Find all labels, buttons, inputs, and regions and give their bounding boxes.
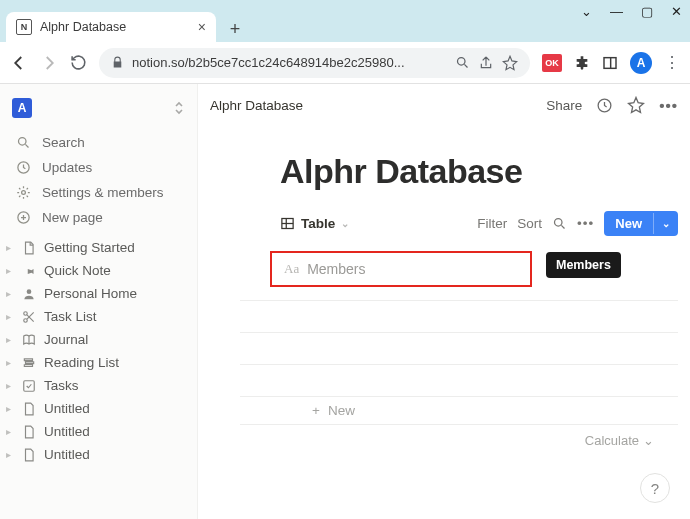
url-input[interactable]: notion.so/b2b5ce7cc1c24c648914be2c25980.… [99, 48, 530, 78]
sidebar-page-item[interactable]: ▸Untitled [0, 443, 197, 466]
plus-circle-icon [14, 210, 32, 225]
svg-point-16 [555, 219, 563, 227]
doc-icon [22, 241, 38, 255]
new-row-button[interactable]: + New [240, 396, 678, 425]
gear-icon [14, 185, 32, 200]
chevron-down-icon[interactable]: ⌄ [653, 213, 678, 234]
sidebar-search-label: Search [42, 135, 85, 150]
person-icon [22, 287, 38, 301]
chevron-updown-icon [173, 101, 185, 115]
extension-ok-icon[interactable]: OK [542, 54, 562, 72]
profile-avatar[interactable]: A [630, 52, 652, 74]
maximize-icon[interactable]: ▢ [641, 4, 653, 19]
breadcrumb[interactable]: Alphr Database [210, 98, 303, 113]
sidebar-page-label: Untitled [44, 401, 90, 416]
property-name-input[interactable]: Aa Members [270, 251, 532, 287]
sort-button[interactable]: Sort [517, 216, 542, 231]
sidebar-settings-label: Settings & members [42, 185, 164, 200]
filter-button[interactable]: Filter [477, 216, 507, 231]
browser-tab[interactable]: N Alphr Database × [6, 12, 216, 42]
sidebar-page-item[interactable]: ▸Reading List [0, 351, 197, 374]
stack-icon [22, 356, 38, 370]
book-icon [22, 333, 38, 347]
caret-right-icon[interactable]: ▸ [6, 242, 16, 253]
caret-right-icon[interactable]: ▸ [6, 449, 16, 460]
workspace-badge: A [12, 98, 32, 118]
text-property-icon: Aa [284, 261, 299, 277]
clock-icon[interactable] [596, 97, 613, 114]
sidebar-page-label: Personal Home [44, 286, 137, 301]
search-in-page-icon[interactable] [455, 55, 470, 70]
sidebar-page-item[interactable]: ▸Untitled [0, 397, 197, 420]
page-title[interactable]: Alphr Database [280, 152, 678, 191]
new-button[interactable]: New ⌄ [604, 211, 678, 236]
more-icon[interactable]: ••• [659, 97, 678, 114]
sidebar-page-item[interactable]: ▸Journal [0, 328, 197, 351]
caret-right-icon[interactable]: ▸ [6, 403, 16, 414]
table-row[interactable] [240, 332, 678, 364]
sidebar-newpage[interactable]: New page [0, 205, 197, 230]
chevron-down-icon[interactable]: ⌄ [581, 4, 592, 19]
share-url-icon[interactable] [478, 55, 494, 71]
view-label: Table [301, 216, 335, 231]
check-icon [22, 379, 38, 393]
view-tab-table[interactable]: Table ⌄ [280, 216, 349, 231]
sidebar-page-item[interactable]: ▸Task List [0, 305, 197, 328]
notion-favicon-icon: N [16, 19, 32, 35]
new-tab-button[interactable]: + [222, 16, 248, 42]
extensions-icon[interactable] [574, 55, 590, 71]
chevron-down-icon: ⌄ [643, 433, 654, 448]
sidebar-page-label: Task List [44, 309, 97, 324]
caret-right-icon[interactable]: ▸ [6, 357, 16, 368]
caret-right-icon[interactable]: ▸ [6, 426, 16, 437]
sidebar-search[interactable]: Search [0, 130, 197, 155]
caret-right-icon[interactable]: ▸ [6, 311, 16, 322]
clock-icon [14, 160, 32, 175]
workspace-switcher[interactable]: A [0, 92, 197, 130]
sidebar-page-item[interactable]: ▸Personal Home [0, 282, 197, 305]
plus-icon: + [312, 403, 320, 418]
caret-right-icon[interactable]: ▸ [6, 265, 16, 276]
tab-title: Alphr Database [40, 20, 126, 34]
table-row[interactable] [240, 364, 678, 396]
sidebar-page-label: Journal [44, 332, 88, 347]
table-row[interactable] [240, 300, 678, 332]
bookmark-star-icon[interactable] [502, 55, 518, 71]
star-icon[interactable] [627, 96, 645, 114]
share-button[interactable]: Share [546, 98, 582, 113]
tab-close-icon[interactable]: × [198, 19, 206, 35]
address-bar: notion.so/b2b5ce7cc1c24c648914be2c25980.… [0, 42, 690, 84]
sidebar-settings[interactable]: Settings & members [0, 180, 197, 205]
sidebar-updates-label: Updates [42, 160, 92, 175]
sidebar-page-label: Getting Started [44, 240, 135, 255]
back-button[interactable] [10, 54, 28, 72]
sidebar-updates[interactable]: Updates [0, 155, 197, 180]
property-name-value: Members [307, 261, 365, 277]
search-icon [14, 135, 32, 150]
search-icon[interactable] [552, 216, 567, 231]
page-icon [22, 448, 38, 462]
sidebar-page-label: Untitled [44, 447, 90, 462]
close-icon[interactable]: ✕ [671, 4, 682, 19]
window-controls: ⌄ — ▢ ✕ [581, 4, 682, 19]
calculate-label: Calculate [585, 433, 639, 448]
sidebar-page-item[interactable]: ▸Untitled [0, 420, 197, 443]
sidebar-page-item[interactable]: ▸Getting Started [0, 236, 197, 259]
caret-right-icon[interactable]: ▸ [6, 334, 16, 345]
panel-icon[interactable] [602, 55, 618, 71]
sidebar-page-item[interactable]: ▸Tasks [0, 374, 197, 397]
database-toolbar: Table ⌄ Filter Sort ••• New ⌄ [280, 211, 678, 236]
sidebar-page-label: Untitled [44, 424, 90, 439]
browser-menu-icon[interactable]: ⋮ [664, 53, 680, 72]
sidebar-page-item[interactable]: ▸Quick Note [0, 259, 197, 282]
caret-right-icon[interactable]: ▸ [6, 380, 16, 391]
more-icon[interactable]: ••• [577, 216, 594, 231]
page-content: Alphr Database Share ••• Alphr Database … [198, 84, 690, 519]
help-button[interactable]: ? [640, 473, 670, 503]
minimize-icon[interactable]: — [610, 4, 623, 19]
caret-right-icon[interactable]: ▸ [6, 288, 16, 299]
calculate-button[interactable]: Calculate ⌄ [240, 425, 678, 448]
reload-button[interactable] [70, 54, 87, 71]
svg-point-7 [27, 289, 32, 294]
url-text: notion.so/b2b5ce7cc1c24c648914be2c25980.… [132, 55, 447, 70]
